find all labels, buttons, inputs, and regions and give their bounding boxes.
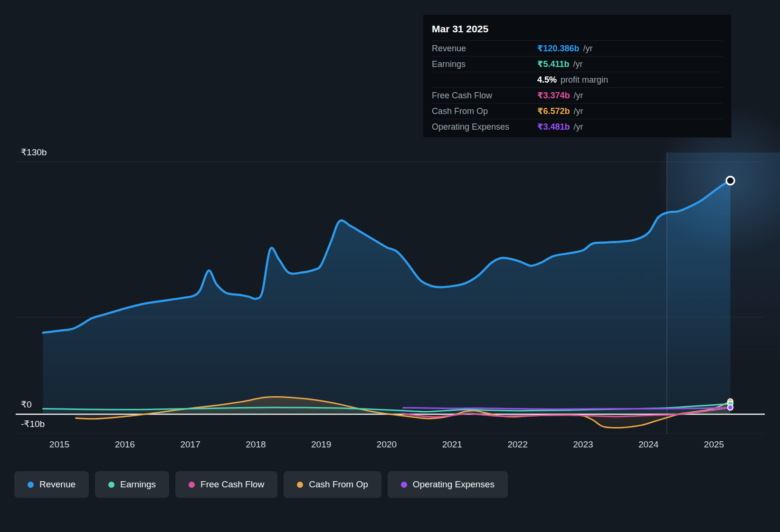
tooltip-row-operating-expenses: Operating Expenses ₹3.481b/yr bbox=[432, 119, 723, 134]
legend-item-cash-from-op[interactable]: Cash From Op bbox=[284, 471, 381, 498]
tooltip-row-free-cash-flow: Free Cash Flow ₹3.374b/yr bbox=[432, 87, 723, 103]
tooltip-value: ₹5.411b/yr bbox=[537, 59, 583, 69]
legend-label: Cash From Op bbox=[309, 479, 368, 490]
tooltip-value: ₹6.572b/yr bbox=[537, 106, 583, 116]
tooltip-value: ₹120.386b/yr bbox=[537, 43, 593, 54]
cash-from-op-dot-icon bbox=[297, 482, 303, 488]
operating-expenses-dot-icon bbox=[401, 482, 407, 488]
tooltip-label: Cash From Op bbox=[432, 106, 537, 116]
tooltip: Mar 31 2025 Revenue ₹120.386b/yr Earning… bbox=[423, 14, 732, 138]
tooltip-row-profit-margin: 4.5%profit margin bbox=[432, 72, 723, 87]
legend-item-free-cash-flow[interactable]: Free Cash Flow bbox=[175, 471, 277, 498]
tooltip-row-revenue: Revenue ₹120.386b/yr bbox=[432, 40, 723, 56]
earnings-dot-icon bbox=[108, 482, 114, 488]
tooltip-label: Operating Expenses bbox=[432, 122, 537, 132]
legend-label: Free Cash Flow bbox=[200, 479, 264, 490]
tooltip-row-earnings: Earnings ₹5.411b/yr bbox=[432, 56, 723, 72]
legend-item-revenue[interactable]: Revenue bbox=[14, 471, 89, 498]
revenue-endpoint-marker bbox=[726, 177, 734, 185]
tooltip-label: Free Cash Flow bbox=[432, 91, 537, 101]
tooltip-label: Revenue bbox=[432, 44, 537, 54]
legend-label: Revenue bbox=[39, 479, 76, 490]
legend-item-earnings[interactable]: Earnings bbox=[95, 471, 169, 498]
tooltip-date: Mar 31 2025 bbox=[432, 19, 723, 40]
revenue-dot-icon bbox=[28, 482, 34, 488]
tooltip-value: ₹3.481b/yr bbox=[537, 122, 583, 132]
legend-label: Operating Expenses bbox=[413, 479, 495, 490]
legend: Revenue Earnings Free Cash Flow Cash Fro… bbox=[14, 471, 508, 498]
free-cash-flow-dot-icon bbox=[189, 482, 195, 488]
tooltip-value: 4.5%profit margin bbox=[537, 75, 608, 85]
operating_expenses-endpoint-marker bbox=[728, 405, 733, 410]
tooltip-row-cash-from-op: Cash From Op ₹6.572b/yr bbox=[432, 103, 723, 119]
revenue-area bbox=[43, 180, 731, 414]
legend-label: Earnings bbox=[120, 479, 156, 490]
tooltip-value: ₹3.374b/yr bbox=[537, 90, 583, 101]
tooltip-label: Earnings bbox=[432, 59, 537, 69]
legend-item-operating-expenses[interactable]: Operating Expenses bbox=[388, 471, 508, 498]
